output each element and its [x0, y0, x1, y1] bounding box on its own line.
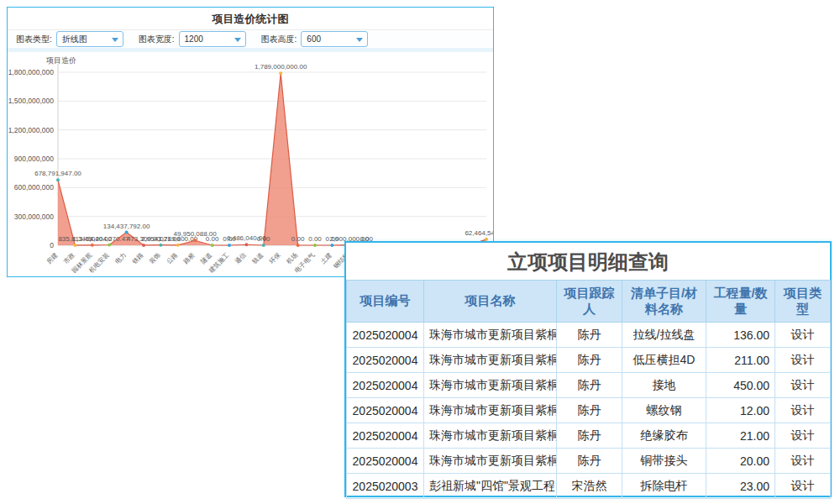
- column-header-4: 工程量/数量: [706, 281, 775, 323]
- cell-project-type: 设计: [775, 423, 831, 449]
- cell-project-type: 设计: [775, 449, 831, 474]
- chart-type-label: 图表类型:: [16, 34, 52, 45]
- chart-height-group: 图表高度: 600: [261, 31, 369, 47]
- chevron-down-icon: [356, 38, 363, 42]
- table-row: 2025020004珠海市城市更新项目紫桐陈丹铜带接头20.00设计: [347, 449, 831, 474]
- cell-tracker: 陈丹: [557, 323, 622, 348]
- svg-text:0: 0: [50, 241, 54, 249]
- cell-project-id[interactable]: 2025020004: [347, 449, 424, 474]
- table-row: 2025020004珠海市城市更新项目紫桐陈丹螺纹钢12.00设计: [347, 398, 831, 423]
- column-header-1: 项目名称: [424, 281, 557, 323]
- cell-quantity: 12.00: [706, 398, 775, 423]
- svg-text:电力: 电力: [113, 251, 128, 265]
- svg-text:土建: 土建: [319, 251, 333, 265]
- chart-width-group: 图表宽度: 1200: [139, 31, 246, 47]
- cell-project-name-link[interactable]: 彭祖新城"四馆"景观工程: [424, 474, 557, 499]
- svg-text:134,437,792.00: 134,437,792.00: [103, 223, 150, 230]
- svg-text:装饰: 装饰: [148, 251, 162, 265]
- svg-text:房建: 房建: [45, 251, 59, 265]
- svg-text:678,791,947.00: 678,791,947.00: [34, 170, 81, 177]
- project-detail-panel: 立项项目明细查询 项目编号项目名称项目跟踪人清单子目/材料名称工程量/数量项目类…: [344, 241, 832, 497]
- cell-quantity: 23.00: [706, 474, 775, 499]
- table-panel-title: 立项项目明细查询: [346, 243, 830, 280]
- svg-text:机场: 机场: [285, 251, 299, 265]
- svg-text:铁路: 铁路: [130, 251, 145, 266]
- line-chart: 项目造价0300,000,000600,000,000900,000,0001,…: [8, 52, 493, 273]
- cell-material: 接地: [622, 373, 706, 398]
- table-row: 2025020004珠海市城市更新项目紫桐陈丹绝缘胶布21.00设计: [347, 423, 831, 449]
- cell-material: 螺纹钢: [622, 398, 706, 423]
- svg-text:1,800,000,000: 1,800,000,000: [8, 68, 55, 76]
- cell-project-id[interactable]: 2025020004: [347, 348, 424, 373]
- cell-tracker: 陈丹: [557, 423, 622, 449]
- svg-text:1,200,000,000: 1,200,000,000: [8, 126, 55, 134]
- chart-type-value: 折线图: [62, 34, 87, 44]
- cell-project-type: 设计: [775, 348, 831, 373]
- column-header-5: 项目类型: [775, 281, 831, 323]
- cell-project-name-link[interactable]: 珠海市城市更新项目紫桐: [424, 423, 557, 449]
- cost-line-chart-svg: 项目造价0300,000,000600,000,000900,000,0001,…: [8, 52, 493, 273]
- svg-text:0.00: 0.00: [291, 235, 305, 243]
- cell-tracker: 陈丹: [557, 449, 622, 474]
- cell-tracker: 宋浩然: [557, 474, 622, 499]
- table-row: 2025020004珠海市城市更新项目紫桐陈丹低压横担4D211.00设计: [347, 348, 831, 373]
- chevron-down-icon: [112, 38, 118, 42]
- cell-quantity: 21.00: [706, 423, 775, 449]
- chart-type-select[interactable]: 折线图: [56, 31, 123, 47]
- chart-height-select[interactable]: 600: [301, 31, 368, 47]
- table-row: 2025020004珠海市城市更新项目紫桐陈丹拉线/拉线盘136.00设计: [347, 323, 831, 348]
- cell-project-id[interactable]: 2025020004: [347, 323, 424, 348]
- chart-panel-title: 项目造价统计图: [8, 8, 493, 30]
- cell-project-name-link[interactable]: 珠海市城市更新项目紫桐: [424, 323, 557, 348]
- cell-project-id[interactable]: 2025020004: [347, 373, 424, 398]
- table-row: 2025020004珠海市城市更新项目紫桐陈丹接地450.00设计: [347, 373, 831, 398]
- chart-width-select[interactable]: 1200: [179, 31, 246, 47]
- svg-text:0.00: 0.00: [308, 235, 322, 243]
- cell-project-name-link[interactable]: 珠海市城市更新项目紫桐: [424, 398, 557, 423]
- cell-material: 铜带接头: [622, 449, 706, 474]
- cell-quantity: 20.00: [706, 449, 775, 474]
- svg-text:轨道: 轨道: [250, 251, 265, 265]
- cost-statistics-panel: 项目造价统计图 图表类型: 折线图 图表宽度: 1200 图表高度: 600 项…: [7, 7, 494, 277]
- chevron-down-icon: [234, 38, 241, 42]
- chart-toolbar: 图表类型: 折线图 图表宽度: 1200 图表高度: 600: [8, 30, 493, 52]
- cell-project-id[interactable]: 2025020003: [347, 474, 424, 499]
- svg-text:600,000,000: 600,000,000: [14, 183, 55, 192]
- chart-type-group: 图表类型: 折线图: [16, 31, 123, 47]
- svg-text:公路: 公路: [165, 251, 179, 265]
- svg-text:隧道: 隧道: [199, 251, 213, 265]
- svg-text:0.00: 0.00: [206, 235, 219, 243]
- cell-project-id[interactable]: 2025020004: [347, 398, 424, 423]
- cell-project-name-link[interactable]: 珠海市城市更新项目紫桐: [424, 373, 557, 398]
- cell-project-name-link[interactable]: 珠海市城市更新项目紫桐: [424, 449, 557, 474]
- cell-project-id[interactable]: 2025020004: [347, 423, 424, 449]
- cell-project-type: 设计: [775, 398, 831, 423]
- cell-material: 绝缘胶布: [622, 423, 706, 449]
- cell-material: 低压横担4D: [622, 348, 706, 373]
- cell-project-type: 设计: [775, 323, 831, 348]
- chart-width-label: 图表宽度:: [139, 34, 175, 45]
- cell-material: 拆除电杆: [622, 474, 706, 499]
- cell-project-name-link[interactable]: 珠海市城市更新项目紫桐: [424, 348, 557, 373]
- svg-text:900,000,000: 900,000,000: [14, 155, 55, 163]
- chart-height-label: 图表高度:: [261, 34, 297, 45]
- svg-text:环保: 环保: [268, 251, 282, 265]
- chart-height-value: 600: [307, 34, 321, 44]
- chart-width-value: 1200: [185, 34, 203, 44]
- svg-text:项目造价: 项目造价: [46, 56, 76, 65]
- svg-text:0.00: 0.00: [257, 235, 270, 243]
- svg-text:1,789,000,000.00: 1,789,000,000.00: [255, 63, 307, 71]
- cell-quantity: 450.00: [706, 373, 775, 398]
- cell-tracker: 陈丹: [557, 348, 622, 373]
- cell-project-type: 设计: [775, 474, 831, 499]
- cell-tracker: 陈丹: [557, 398, 622, 423]
- cell-tracker: 陈丹: [557, 373, 622, 398]
- svg-text:1,500,000,000: 1,500,000,000: [8, 97, 55, 105]
- svg-text:62,464,544.00: 62,464,544.00: [465, 229, 493, 237]
- cell-quantity: 211.00: [706, 348, 775, 373]
- svg-text:300,000,000: 300,000,000: [14, 213, 55, 221]
- svg-text:4,204,270.47: 4,204,270.47: [90, 235, 129, 243]
- cell-material: 拉线/拉线盘: [622, 323, 706, 348]
- svg-text:市政: 市政: [62, 251, 76, 265]
- column-header-0: 项目编号: [347, 281, 424, 323]
